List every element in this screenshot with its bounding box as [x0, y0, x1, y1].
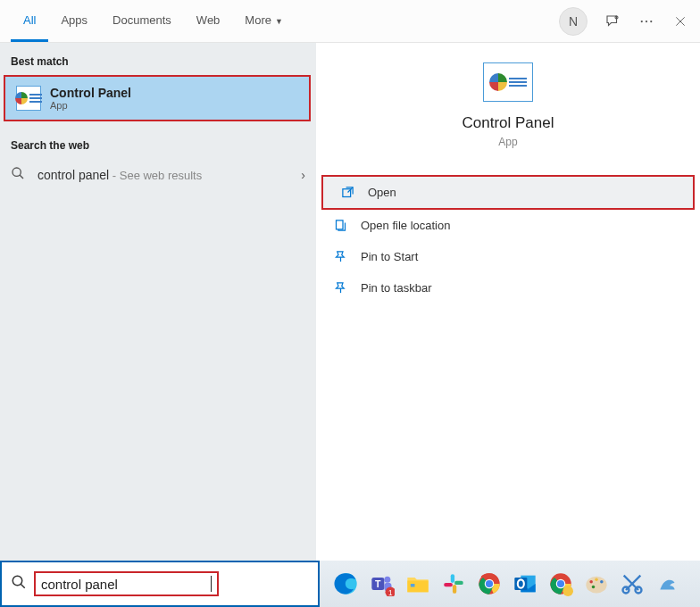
folder-icon [332, 219, 348, 232]
left-pane: Best match Control Panel App Search the … [0, 43, 316, 561]
result-subtitle: App [50, 100, 131, 111]
tab-apps[interactable]: Apps [48, 1, 100, 42]
search-input[interactable] [41, 577, 211, 592]
svg-point-30 [562, 586, 573, 596]
action-open[interactable]: Open [321, 175, 695, 210]
tray-chrome-icon[interactable] [473, 568, 505, 600]
svg-text:T: T [375, 578, 381, 589]
tray-slack-icon[interactable] [438, 568, 470, 600]
text-cursor [211, 576, 212, 592]
svg-point-3 [650, 20, 652, 21]
search-icon [11, 574, 27, 594]
svg-rect-16 [411, 584, 415, 587]
pin-icon [332, 281, 348, 295]
more-options-icon[interactable] [638, 12, 655, 30]
search-window: All Apps Documents Web More▼ N Best matc… [0, 0, 700, 561]
close-icon[interactable] [671, 12, 689, 30]
tab-all[interactable]: All [11, 1, 48, 42]
search-input-highlight [34, 571, 219, 596]
best-match-result[interactable]: Control Panel App [4, 75, 311, 121]
svg-point-34 [600, 580, 604, 584]
search-icon [11, 166, 29, 184]
detail-title: Control Panel [316, 114, 700, 132]
action-list: Open Open file location Pin to Start [316, 175, 700, 304]
tray-edge-icon[interactable] [330, 568, 362, 600]
svg-rect-17 [451, 574, 454, 583]
svg-point-35 [592, 586, 596, 589]
web-result-suffix: - See web results [109, 169, 202, 182]
tray-explorer-icon[interactable] [402, 568, 434, 600]
tab-more[interactable]: More▼ [232, 1, 296, 42]
svg-point-29 [557, 580, 564, 587]
best-match-label: Best match [0, 50, 316, 73]
svg-point-7 [12, 576, 22, 586]
web-result[interactable]: control panel - See web results › [0, 157, 316, 193]
tray-misc-icon[interactable] [652, 568, 684, 600]
taskbar-search[interactable] [0, 561, 320, 607]
user-avatar[interactable]: N [559, 7, 588, 36]
detail-app-icon [483, 62, 533, 102]
svg-rect-19 [453, 585, 456, 594]
result-title: Control Panel [50, 86, 131, 100]
action-label: Pin to Start [361, 250, 418, 263]
tab-documents[interactable]: Documents [100, 1, 184, 42]
svg-text:1: 1 [388, 589, 393, 596]
svg-point-33 [595, 578, 598, 582]
chevron-right-icon: › [301, 168, 305, 182]
taskbar: T1 [0, 561, 700, 607]
pin-icon [332, 250, 348, 263]
chevron-down-icon: ▼ [275, 17, 283, 26]
action-pin-to-start[interactable]: Pin to Start [316, 241, 700, 272]
right-pane: Control Panel App Open Open file locatio… [316, 43, 700, 561]
action-label: Pin to taskbar [361, 281, 432, 295]
detail-subtitle: App [316, 136, 700, 148]
tab-web[interactable]: Web [184, 1, 233, 42]
feedback-icon[interactable] [604, 12, 621, 30]
header: All Apps Documents Web More▼ N [0, 0, 700, 43]
svg-rect-6 [336, 220, 343, 229]
action-pin-to-taskbar[interactable]: Pin to taskbar [316, 272, 700, 304]
svg-point-23 [486, 580, 493, 587]
tray-chrome2-icon[interactable] [545, 568, 577, 600]
svg-point-1 [641, 20, 643, 21]
tray-paint-icon[interactable] [580, 568, 612, 600]
web-search-label: Search the web [0, 134, 316, 157]
action-label: Open file location [361, 219, 450, 232]
header-right: N [559, 7, 689, 36]
tray-teams-icon[interactable]: T1 [366, 568, 398, 600]
svg-rect-20 [444, 583, 453, 586]
svg-point-2 [646, 20, 647, 21]
svg-rect-18 [454, 581, 463, 585]
svg-point-32 [589, 580, 593, 584]
action-open-file-location[interactable]: Open file location [316, 210, 700, 241]
open-icon [339, 186, 355, 199]
web-result-text: control panel [38, 168, 109, 182]
action-label: Open [368, 186, 396, 199]
tray-snip-icon[interactable] [616, 568, 648, 600]
svg-point-11 [384, 577, 390, 583]
system-tray: T1 [320, 561, 700, 607]
tabs: All Apps Documents Web More▼ [11, 1, 296, 42]
content: Best match Control Panel App Search the … [0, 43, 700, 561]
tray-outlook-icon[interactable] [509, 568, 541, 600]
svg-point-4 [12, 168, 21, 176]
control-panel-icon [16, 86, 41, 111]
